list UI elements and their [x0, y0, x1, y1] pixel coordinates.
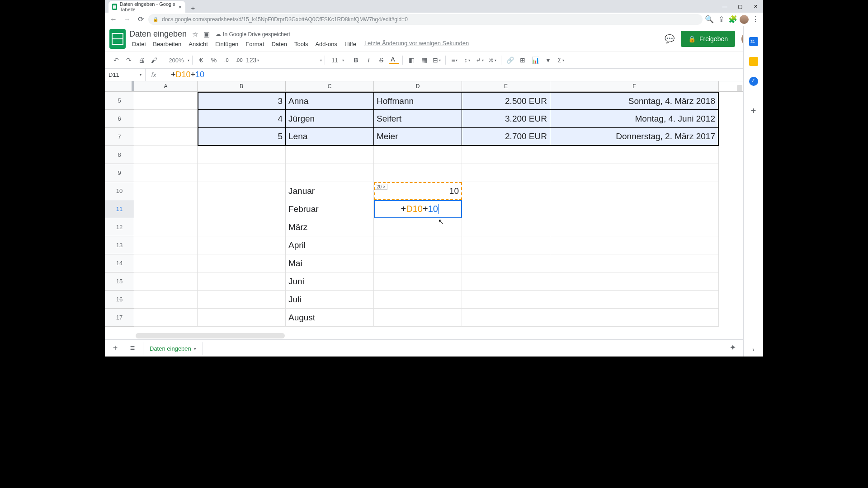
cell[interactable]: 2.500 EUR	[462, 92, 550, 110]
cell[interactable]	[550, 236, 719, 254]
minimize-button[interactable]: —	[717, 0, 732, 13]
col-header-d[interactable]: D	[374, 81, 462, 91]
cell[interactable]	[134, 218, 198, 236]
cell[interactable]	[198, 291, 286, 309]
cell[interactable]	[462, 182, 550, 200]
cell[interactable]	[374, 164, 462, 182]
menu-view[interactable]: Ansicht	[186, 40, 211, 48]
cell[interactable]: Juni	[286, 272, 374, 291]
cell[interactable]: Jürgen	[286, 110, 374, 128]
cell[interactable]	[134, 182, 198, 200]
cell[interactable]	[134, 291, 198, 309]
row-header[interactable]: 10	[105, 182, 134, 200]
cell[interactable]: 4	[198, 110, 286, 128]
browser-menu-icon[interactable]: ⋮	[750, 14, 760, 24]
reload-button[interactable]: ⟳	[135, 14, 146, 25]
menu-insert[interactable]: Einfügen	[212, 40, 241, 48]
menu-edit[interactable]: Bearbeiten	[150, 40, 184, 48]
cell[interactable]: Februar	[286, 200, 374, 218]
menu-help[interactable]: Hilfe	[342, 40, 359, 48]
cell[interactable]	[550, 254, 719, 272]
browser-tab[interactable]: ▦ Daten eingeben - Google Tabelle ×	[108, 1, 185, 13]
cell[interactable]: Mai	[286, 254, 374, 272]
comments-button[interactable]: 💬	[665, 34, 675, 44]
last-edit-link[interactable]: Letzte Änderung vor wenigen Sekunden	[364, 40, 469, 48]
tab-close-icon[interactable]: ×	[178, 4, 182, 10]
cell[interactable]	[286, 164, 374, 182]
cell[interactable]	[462, 218, 550, 236]
cell[interactable]	[198, 272, 286, 291]
calendar-icon[interactable]	[749, 37, 758, 46]
cell[interactable]	[550, 164, 719, 182]
cell[interactable]	[374, 309, 462, 327]
menu-file[interactable]: Datei	[129, 40, 148, 48]
zoom-icon[interactable]: 🔍	[704, 14, 714, 24]
cell[interactable]	[286, 146, 374, 164]
cell[interactable]: Januar	[286, 182, 374, 200]
cell[interactable]	[198, 200, 286, 218]
menu-tools[interactable]: Tools	[292, 40, 311, 48]
cell[interactable]: 3	[198, 92, 286, 110]
name-box[interactable]: D11 ▾	[105, 69, 146, 81]
cell[interactable]: Montag, 4. Juni 2012	[550, 110, 719, 128]
add-addon-button[interactable]: +	[751, 106, 756, 116]
cell[interactable]	[550, 200, 719, 218]
move-icon[interactable]: ▣	[203, 30, 210, 38]
cell[interactable]	[550, 309, 719, 327]
share-button[interactable]: 🔒 Freigeben	[681, 31, 735, 47]
side-panel-toggle[interactable]: ›	[752, 346, 755, 353]
explore-button[interactable]	[726, 342, 740, 355]
redo-button[interactable]: ↷	[123, 54, 135, 66]
row-header[interactable]: 5	[105, 92, 134, 110]
cell[interactable]	[134, 272, 198, 291]
menu-addons[interactable]: Add-ons	[312, 40, 340, 48]
cell[interactable]	[550, 291, 719, 309]
cell[interactable]	[134, 309, 198, 327]
cell[interactable]: 5	[198, 128, 286, 146]
cell[interactable]	[462, 272, 550, 291]
cell[interactable]: August	[286, 309, 374, 327]
col-header-a[interactable]: A	[134, 81, 198, 91]
document-title[interactable]: Daten eingeben	[129, 29, 187, 39]
cell[interactable]	[198, 146, 286, 164]
cell[interactable]: Juli	[286, 291, 374, 309]
cell[interactable]	[134, 254, 198, 272]
back-button[interactable]: ←	[108, 14, 119, 25]
cell[interactable]	[198, 236, 286, 254]
cell[interactable]	[134, 164, 198, 182]
new-tab-button[interactable]: +	[188, 3, 198, 13]
row-header[interactable]: 12	[105, 218, 134, 236]
cell[interactable]	[134, 236, 198, 254]
cell[interactable]	[134, 110, 198, 128]
cell[interactable]	[198, 309, 286, 327]
cell[interactable]: Lena	[286, 128, 374, 146]
cell[interactable]: Donnerstag, 2. März 2017	[550, 128, 719, 146]
cell[interactable]: Meier	[374, 128, 462, 146]
cell[interactable]	[374, 236, 462, 254]
row-header[interactable]: 15	[105, 272, 134, 291]
print-button[interactable]: 🖨	[136, 54, 147, 66]
select-all-corner[interactable]	[105, 81, 134, 91]
cell[interactable]	[462, 254, 550, 272]
link-button[interactable]: 🔗	[504, 54, 516, 66]
keep-icon[interactable]	[749, 57, 758, 66]
cell[interactable]	[134, 128, 198, 146]
cell[interactable]	[374, 272, 462, 291]
col-header-c[interactable]: C	[286, 81, 374, 91]
col-header-e[interactable]: E	[462, 81, 550, 91]
cell[interactable]	[374, 254, 462, 272]
add-sheet-button[interactable]: +	[108, 342, 122, 355]
cell[interactable]: April	[286, 236, 374, 254]
col-header-b[interactable]: B	[198, 81, 286, 91]
cell[interactable]	[374, 291, 462, 309]
row-header[interactable]: 17	[105, 309, 134, 327]
row-header[interactable]: 6	[105, 110, 134, 128]
cell[interactable]: 2.700 EUR	[462, 128, 550, 146]
undo-button[interactable]: ↶	[110, 54, 122, 66]
cell[interactable]: Sonntag, 4. März 2018	[550, 92, 719, 110]
cell[interactable]: 3.200 EUR	[462, 110, 550, 128]
star-icon[interactable]: ☆	[192, 30, 198, 38]
row-header[interactable]: 14	[105, 254, 134, 272]
paint-format-button[interactable]: 🖌	[148, 54, 160, 66]
extensions-icon[interactable]: 🧩	[728, 14, 738, 24]
